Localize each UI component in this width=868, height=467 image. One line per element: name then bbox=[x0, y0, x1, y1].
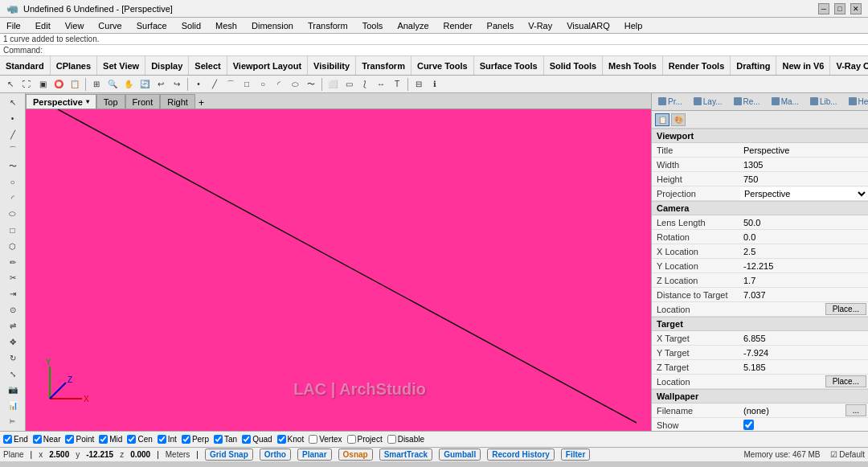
menu-item-panels[interactable]: Panels bbox=[484, 21, 518, 31]
close-button[interactable]: ✕ bbox=[850, 3, 862, 14]
right-sidebar-toggle[interactable]: ⊨ bbox=[2, 414, 23, 429]
toolbar-section-solid-tools[interactable]: Solid Tools bbox=[547, 61, 599, 71]
toolbar-section-render-tools[interactable]: Render Tools bbox=[666, 61, 727, 71]
menu-item-curve[interactable]: Curve bbox=[95, 21, 125, 31]
planar-btn[interactable]: Planar bbox=[297, 449, 332, 461]
rect-icon[interactable]: □ bbox=[240, 77, 254, 92]
pan-icon[interactable]: ✋ bbox=[121, 77, 136, 92]
rotate-view-icon[interactable]: 🔄 bbox=[137, 77, 152, 92]
prop-checkbox-show[interactable] bbox=[743, 420, 754, 430]
select-chain-icon[interactable]: ⛶ bbox=[19, 77, 34, 92]
tab-perspective[interactable]: Perspective ▾ bbox=[26, 94, 96, 109]
menu-item-analyze[interactable]: Analyze bbox=[394, 21, 432, 31]
menu-item-edit[interactable]: Edit bbox=[32, 21, 54, 31]
menu-item-solid[interactable]: Solid bbox=[178, 21, 204, 31]
snap-checkbox-perp[interactable] bbox=[182, 435, 190, 444]
select-tool[interactable]: ↖ bbox=[2, 95, 23, 110]
grid-snap-btn[interactable]: Grid Snap bbox=[205, 449, 253, 461]
right-tab-1[interactable]: Lay... bbox=[689, 96, 727, 109]
snap-checkbox-mid[interactable] bbox=[99, 435, 108, 444]
toolbar-section-set-view[interactable]: Set View bbox=[100, 61, 141, 71]
menu-item-help[interactable]: Help bbox=[621, 21, 646, 31]
menu-item-surface[interactable]: Surface bbox=[133, 21, 170, 31]
snap-checkbox-cen[interactable] bbox=[127, 435, 136, 444]
add-viewport-btn[interactable]: + bbox=[199, 97, 204, 109]
circle-tool[interactable]: ○ bbox=[2, 174, 23, 190]
snap-checkbox-quad[interactable] bbox=[242, 435, 251, 444]
snap-checkbox-project[interactable] bbox=[347, 435, 356, 444]
snap-checkbox-int[interactable] bbox=[158, 435, 166, 444]
object-prop-icon[interactable]: ℹ bbox=[428, 77, 442, 92]
toolbar-section-mesh-tools[interactable]: Mesh Tools bbox=[606, 61, 659, 71]
title-bar-controls[interactable]: ─ □ ✕ bbox=[818, 3, 862, 14]
record-history-btn[interactable]: Record History bbox=[487, 449, 555, 461]
toolbar-section-new-in-v6[interactable]: New in V6 bbox=[780, 61, 826, 71]
ellipse-tool[interactable]: ⬭ bbox=[2, 207, 23, 222]
menu-item-visualarq[interactable]: VisualARQ bbox=[563, 21, 613, 31]
select-icon[interactable]: ↖ bbox=[3, 77, 18, 92]
camera-tool[interactable]: 📷 bbox=[2, 382, 23, 397]
properties-mode-btn[interactable]: 📋 bbox=[655, 113, 669, 126]
arc-tool[interactable]: ◜ bbox=[2, 190, 23, 206]
snap-checkbox-end[interactable] bbox=[3, 435, 12, 444]
ortho-btn[interactable]: Ortho bbox=[260, 449, 291, 461]
analysis-tool[interactable]: 📊 bbox=[2, 398, 23, 413]
trim-tool[interactable]: ✂ bbox=[2, 270, 23, 285]
snap-checkbox-vertex[interactable] bbox=[309, 435, 317, 444]
zoom-window-icon[interactable]: 🔍 bbox=[105, 77, 120, 92]
tab-top[interactable]: Top bbox=[96, 94, 125, 109]
place-button-location[interactable]: Place... bbox=[825, 375, 866, 387]
toolbar-section-v-ray-compact-02[interactable]: V-Ray Compact 02 bbox=[833, 61, 868, 71]
toolbar-section-visibility[interactable]: Visibility bbox=[311, 61, 352, 71]
snap-checkbox-knot[interactable] bbox=[277, 435, 286, 444]
snap-checkbox-tan[interactable] bbox=[214, 435, 223, 444]
menu-item-render[interactable]: Render bbox=[440, 21, 476, 31]
props-icon[interactable]: 📋 bbox=[68, 77, 82, 92]
snap-checkbox-point[interactable] bbox=[65, 435, 74, 444]
menu-item-mesh[interactable]: Mesh bbox=[212, 21, 240, 31]
right-tab-5[interactable]: Help bbox=[844, 96, 868, 109]
freeform-tool[interactable]: ✏ bbox=[2, 255, 23, 270]
dim-icon[interactable]: ↔ bbox=[374, 77, 388, 92]
toolbar-section-surface-tools[interactable]: Surface Tools bbox=[477, 61, 540, 71]
toolbar-section-drafting[interactable]: Drafting bbox=[734, 61, 772, 71]
ellipse-icon[interactable]: ⬭ bbox=[288, 77, 302, 92]
move-tool[interactable]: ✥ bbox=[2, 334, 23, 350]
arc-icon[interactable]: ◜ bbox=[272, 77, 286, 92]
menu-item-file[interactable]: File bbox=[3, 21, 24, 31]
smarttrack-btn[interactable]: SmartTrack bbox=[379, 449, 432, 461]
offset-tool[interactable]: ⊙ bbox=[2, 302, 23, 317]
polygon-tool[interactable]: ⬡ bbox=[2, 239, 23, 254]
mirror-tool[interactable]: ⇌ bbox=[2, 318, 23, 334]
polyline-tool[interactable]: ⌒ bbox=[2, 143, 23, 158]
right-tab-3[interactable]: Ma... bbox=[767, 96, 804, 109]
circle-icon[interactable]: ○ bbox=[256, 77, 270, 92]
snap-checkbox-disable[interactable] bbox=[387, 435, 396, 444]
maximize-button[interactable]: □ bbox=[834, 3, 845, 14]
menu-item-v-ray[interactable]: V-Ray bbox=[525, 21, 555, 31]
rotate-tool[interactable]: ↻ bbox=[2, 350, 23, 366]
place-button-location[interactable]: Place... bbox=[825, 303, 866, 315]
line-tool[interactable]: ╱ bbox=[2, 127, 23, 142]
redo-view-icon[interactable]: ↪ bbox=[170, 77, 184, 92]
browse-button[interactable]: ... bbox=[845, 404, 866, 416]
menu-item-dimension[interactable]: Dimension bbox=[248, 21, 297, 31]
line-icon[interactable]: ╱ bbox=[207, 77, 222, 92]
toolbar-section-curve-tools[interactable]: Curve Tools bbox=[415, 61, 470, 71]
lasso-icon[interactable]: ⭕ bbox=[51, 77, 66, 92]
osnap-btn[interactable]: Osnap bbox=[338, 449, 373, 461]
surface-icon[interactable]: ⬜ bbox=[326, 77, 340, 92]
polyline-icon[interactable]: ⌒ bbox=[223, 77, 238, 92]
tab-right[interactable]: Right bbox=[160, 94, 195, 109]
right-tab-2[interactable]: Re... bbox=[729, 96, 765, 109]
prop-select-projection[interactable]: PerspectiveParallelTwo-Point Perspective bbox=[740, 187, 868, 200]
point-tool[interactable]: • bbox=[2, 111, 23, 126]
menu-item-transform[interactable]: Transform bbox=[305, 21, 351, 31]
toolbar-section-select[interactable]: Select bbox=[192, 61, 223, 71]
scale-tool[interactable]: ⤡ bbox=[2, 367, 23, 382]
right-tab-0[interactable]: Pr... bbox=[653, 96, 687, 109]
toolbar-section-viewport-layout[interactable]: Viewport Layout bbox=[231, 61, 304, 71]
gumball-btn[interactable]: Gumball bbox=[439, 449, 481, 461]
toolbar-section-cplanes[interactable]: CPlanes bbox=[54, 61, 93, 71]
viewport-canvas[interactable]: X Y Z LAC | ArchStudio bbox=[26, 109, 651, 431]
